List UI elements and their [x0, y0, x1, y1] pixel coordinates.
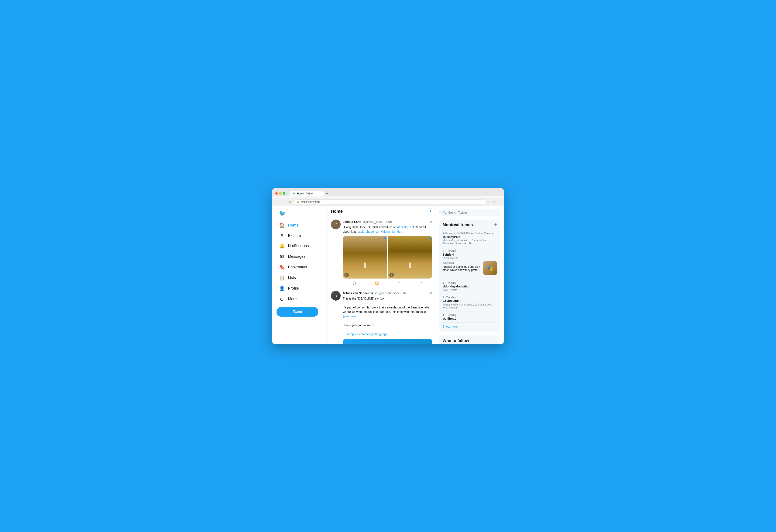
- search-input[interactable]: [448, 211, 497, 214]
- trends-title: Montreal trends: [442, 223, 473, 227]
- tweet-1-header: Joshua Earle @joshua_earle · 45m ∨: [343, 220, 432, 224]
- amo-description: Trending with: #amoconf2019, premier dou…: [442, 303, 497, 309]
- tweet-2-mention[interactable]: @webalys: [343, 315, 357, 318]
- browser-content: 🐦 🏠 Home # Explore 🔔 Notifications ✉ Mes…: [272, 206, 504, 344]
- tweet-1-name: Joshua Earle: [343, 220, 361, 224]
- sparkle-icon[interactable]: ✦: [429, 209, 432, 214]
- like-icon: ♡: [398, 281, 401, 285]
- tweet-2-more-icon[interactable]: ∨: [429, 291, 432, 295]
- more-icon: ⊕: [279, 296, 284, 302]
- tweet-button[interactable]: Tweet: [276, 307, 318, 317]
- avatar-joshua-earle[interactable]: JE: [331, 220, 341, 229]
- profile-label: Profile: [288, 286, 299, 291]
- play-button-left[interactable]: ▶: [344, 273, 349, 277]
- sidebar-item-notifications[interactable]: 🔔 Notifications: [276, 241, 323, 251]
- seinfeld-rank-category: 1 · Trending: [442, 249, 497, 252]
- refresh-button[interactable]: ↻: [288, 200, 292, 204]
- home-label: Home: [288, 223, 299, 228]
- sidebar: 🐦 🏠 Home # Explore 🔔 Notifications ✉ Mes…: [272, 206, 328, 344]
- tweet-2-time: 1h: [402, 291, 406, 295]
- trends-box: Montreal trends ⚙ ▣ Promoted by Walt Dis…: [439, 220, 500, 332]
- sidebar-item-lists[interactable]: 📋 Lists: [276, 273, 323, 283]
- play-button-right[interactable]: ▶: [389, 273, 394, 277]
- who-to-follow-title: Who to follow: [442, 338, 497, 343]
- tweet-2: TS Tobias van Schneider ✓ @vanschneider …: [328, 288, 435, 344]
- close-button[interactable]: [275, 192, 278, 195]
- messages-icon: ✉: [279, 254, 284, 259]
- lists-label: Lists: [288, 276, 296, 280]
- sidebar-item-more[interactable]: ⊕ More: [276, 294, 323, 304]
- tweet-1-more-icon[interactable]: ∨: [429, 220, 432, 224]
- seinfeld-count: 10.9K Tweets: [442, 257, 497, 260]
- tweet-1-body: Joshua Earle @joshua_earle · 45m ∨ Hikin…: [343, 220, 432, 286]
- seinfeld-card[interactable]: Television Friends or Seinfeld? Fans sig…: [442, 260, 497, 277]
- sidebar-item-explore[interactable]: # Explore: [276, 231, 323, 240]
- tweet-1-time: 45m: [386, 220, 392, 224]
- tweet-1-text: Hiking High Dune. Our first adventure on…: [343, 225, 432, 234]
- retweet-icon: 🔁: [375, 281, 379, 285]
- browser-tab-active[interactable]: 🐦 Home / Twitter ✕: [290, 191, 324, 196]
- new-tab-button[interactable]: +: [324, 191, 330, 196]
- trend-mondaymotivation[interactable]: 2 · Trending #MondayMotivation 125K Twee…: [442, 279, 497, 294]
- show-more-trends[interactable]: Show more: [442, 323, 497, 329]
- desert-figure-right: [409, 264, 411, 268]
- promo-icon: ▣: [442, 232, 444, 234]
- sidebar-item-home[interactable]: 🏠 Home: [276, 221, 323, 230]
- forward-button[interactable]: →: [281, 200, 286, 204]
- tweet-1-retweet-action[interactable]: 🔁: [374, 281, 380, 286]
- tweet-2-link[interactable]: semplice.com/design-language: [347, 332, 388, 336]
- tweet-1-image-left[interactable]: ▶: [343, 236, 387, 279]
- monday-count: 125K Tweets: [442, 288, 497, 291]
- card-image: [343, 339, 432, 344]
- explore-icon: #: [279, 233, 284, 238]
- bookmarks-icon: 🔖: [279, 265, 284, 270]
- trends-header: Montreal trends ⚙: [442, 223, 497, 227]
- tweet-2-card[interactable]: [343, 339, 432, 344]
- bookmarks-label: Bookmarks: [288, 265, 307, 269]
- back-button[interactable]: ←: [275, 200, 280, 204]
- trends-settings-icon[interactable]: ⚙: [494, 223, 497, 227]
- tweet-1-actions: 💬 🔁 ♡ ↗: [343, 281, 432, 286]
- trend-seinfeld[interactable]: 1 · Trending Seinfeld 10.9K Tweets Telev…: [442, 247, 497, 279]
- avatar-initials-ts: TS: [334, 294, 337, 297]
- amo-rank-category: 3 · Trending: [442, 296, 497, 299]
- amo-name: #AMOConf19: [442, 299, 497, 303]
- tweet-1-comment-action[interactable]: 💬: [351, 281, 358, 286]
- tweet-2-user-info: Tobias van Schneider ✓ @vanschneider · 1…: [343, 291, 406, 295]
- home-icon: 🏠: [279, 223, 284, 228]
- tweet-1-share-action[interactable]: ↗: [418, 281, 424, 286]
- seinfeld-card-image: 🎭: [483, 261, 497, 275]
- tweet-1-handle: @joshua_earle: [363, 220, 382, 224]
- tweet-2-name: Tobias van Schneider: [343, 291, 373, 295]
- trend-disneyplus[interactable]: ▣ Promoted by Walt Disney Studios Canada…: [442, 230, 497, 247]
- tweet-2-text: This is the "DEADLINE" symbol. It's part…: [343, 296, 432, 336]
- tweet-1-like-action[interactable]: ♡: [396, 281, 402, 286]
- sidebar-item-profile[interactable]: 👤 Profile: [276, 284, 323, 293]
- maximize-button[interactable]: [283, 192, 285, 195]
- trend-unifor[interactable]: 4 · Trending #Unifor19: [442, 311, 497, 323]
- tweet-1-link[interactable]: explorehuper.com/hiking-high-du...: [357, 230, 403, 233]
- feed-header: Home ✦: [328, 206, 435, 217]
- address-bar[interactable]: 🔒 twitter.com/home: [294, 199, 487, 205]
- minimize-button[interactable]: [279, 192, 281, 195]
- sidebar-item-bookmarks[interactable]: 🔖 Bookmarks: [276, 262, 323, 272]
- share-icon: ↗: [420, 281, 422, 285]
- sidebar-item-messages[interactable]: ✉ Messages: [276, 252, 323, 262]
- tab-close-icon[interactable]: ✕: [319, 192, 321, 195]
- tweet-2-handle: @vanschneider: [378, 291, 399, 295]
- image-indicator-left: [384, 237, 386, 239]
- twitter-logo[interactable]: 🐦: [276, 208, 323, 219]
- desert-figure-left: [364, 264, 366, 268]
- tweet-1-hashtag[interactable]: #TheBigTrip: [397, 226, 413, 229]
- avatar-tobias-schneider[interactable]: TS: [331, 291, 341, 301]
- trend-amoconf[interactable]: 3 · Trending #AMOConf19 Trending with: #…: [442, 294, 497, 311]
- search-bar[interactable]: 🔍: [439, 209, 500, 216]
- profile-icon: 👤: [279, 286, 284, 291]
- tweet-1-image-right[interactable]: ▶: [388, 236, 432, 279]
- menu-icon[interactable]: ⋮: [498, 200, 501, 204]
- seinfeld-card-description: Friends or Seinfeld? Fans sign off on wh…: [442, 265, 481, 272]
- cast-icon[interactable]: ⊙: [488, 200, 491, 204]
- star-icon[interactable]: ☆: [493, 200, 496, 204]
- tweet-2-body: Tobias van Schneider ✓ @vanschneider · 1…: [343, 291, 432, 344]
- feed-title: Home: [331, 209, 343, 214]
